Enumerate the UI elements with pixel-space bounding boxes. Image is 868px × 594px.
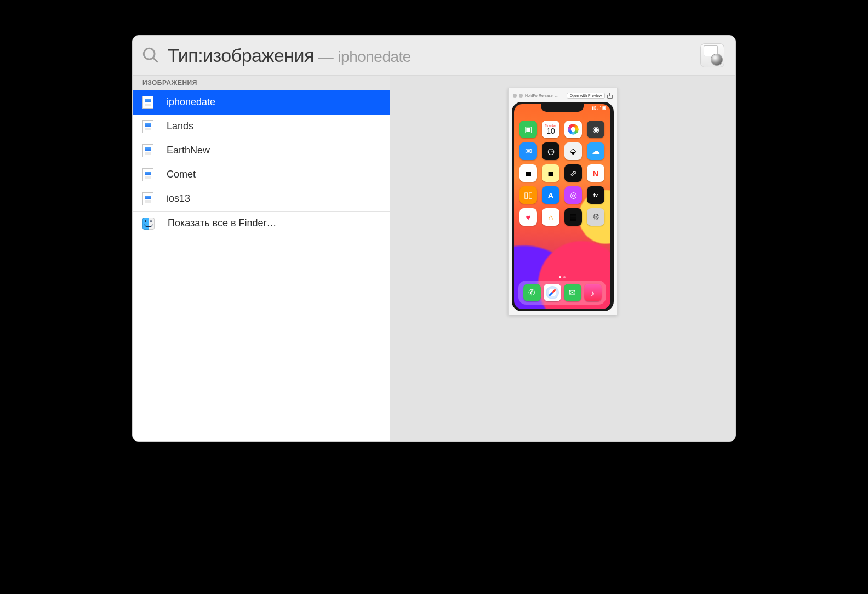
podcasts-icon: ◎ <box>564 186 582 204</box>
result-row[interactable]: Lands <box>133 115 390 139</box>
camera-icon: ◉ <box>587 121 604 138</box>
image-file-icon <box>142 144 153 157</box>
preview-toolbar: HoldForRelease_… Open with Preview <box>512 92 614 102</box>
wallet-icon: ▤ <box>564 208 582 226</box>
results-scroll[interactable]: iphonedate Lands EarthNew Comet ios13 <box>133 90 390 441</box>
search-separator: — <box>318 48 334 66</box>
search-icon <box>141 46 160 65</box>
iphone-frame: ▮▯ ⋰ ▣ ▣ Tuesday 10 ◉ ✉ ◷ ⬙ <box>512 102 614 311</box>
iphone-screen: ▮▯ ⋰ ▣ ▣ Tuesday 10 ◉ ✉ ◷ ⬙ <box>514 104 610 309</box>
image-file-icon <box>142 192 153 205</box>
appstore-icon: A <box>542 186 559 204</box>
phone-icon: ✆ <box>523 284 541 301</box>
weather-icon: ☁ <box>587 142 604 160</box>
photos-icon <box>564 121 582 138</box>
music-icon: ♪ <box>584 284 602 301</box>
books-icon: ▯▯ <box>519 186 537 204</box>
window-control-icon <box>519 94 523 98</box>
result-name: iphonedate <box>167 96 215 108</box>
status-bar: ▮▯ ⋰ ▣ <box>518 106 606 110</box>
image-file-icon <box>142 120 153 133</box>
reminders-icon: ≣ <box>519 164 537 182</box>
result-row[interactable]: ios13 <box>133 187 390 211</box>
result-name: Comet <box>167 169 196 180</box>
result-row[interactable]: iphonedate <box>133 90 390 115</box>
search-query[interactable]: Тип:изображения — iphonedate <box>168 45 693 66</box>
svg-line-1 <box>153 58 158 62</box>
show-all-in-finder[interactable]: Показать все в Finder… <box>133 212 390 236</box>
health-icon: ♥ <box>519 208 537 226</box>
home-icon: ⌂ <box>542 208 559 226</box>
search-term: iphonedate <box>338 48 411 66</box>
result-group-header: ИЗОБРАЖЕНИЯ <box>133 76 390 90</box>
preview-pane: HoldForRelease_… Open with Preview ▮▯ ⋰ … <box>390 76 735 441</box>
settings-icon: ⚙ <box>587 208 604 226</box>
finder-icon <box>142 218 155 230</box>
image-file-icon <box>142 96 153 109</box>
preview-file-title: HoldForRelease_… <box>525 94 564 98</box>
news-icon: N <box>587 164 604 182</box>
result-name: Lands <box>167 121 193 132</box>
maps-icon: ⬙ <box>564 142 582 160</box>
content-body: ИЗОБРАЖЕНИЯ iphonedate Lands EarthNew Co… <box>133 76 735 441</box>
stocks-icon: ⬀ <box>564 164 582 182</box>
result-row[interactable]: EarthNew <box>133 139 390 163</box>
show-all-label: Показать все в Finder… <box>168 218 276 229</box>
open-with-preview-button[interactable]: Open with Preview <box>567 93 605 99</box>
signal-wifi-battery-icon: ▮▯ ⋰ ▣ <box>592 106 606 110</box>
result-name: EarthNew <box>167 145 210 156</box>
calendar-icon: Tuesday 10 <box>542 121 559 138</box>
preview-app-icon <box>700 43 724 67</box>
search-token: Тип:изображения <box>168 45 314 66</box>
search-bar[interactable]: Тип:изображения — iphonedate <box>133 36 735 76</box>
svg-point-0 <box>144 48 155 59</box>
safari-icon <box>544 284 561 301</box>
mail-icon: ✉ <box>519 142 537 160</box>
result-row[interactable]: Comet <box>133 163 390 187</box>
share-icon[interactable] <box>607 93 613 99</box>
home-screen-grid: ▣ Tuesday 10 ◉ ✉ ◷ ⬙ ☁ ≣ <box>519 121 605 226</box>
notes-icon: ≣ <box>542 164 559 182</box>
window-control-icon <box>513 94 517 98</box>
image-file-icon <box>142 168 153 181</box>
tv-icon: tv <box>587 186 604 204</box>
result-name: ios13 <box>167 193 190 204</box>
messages-icon: ✉ <box>564 284 581 301</box>
clock-icon: ◷ <box>542 142 559 160</box>
results-list: ИЗОБРАЖЕНИЯ iphonedate Lands EarthNew Co… <box>133 76 390 441</box>
preview-thumbnail[interactable]: HoldForRelease_… Open with Preview ▮▯ ⋰ … <box>508 88 618 315</box>
spotlight-window: Тип:изображения — iphonedate ИЗОБРАЖЕНИЯ… <box>132 35 736 442</box>
dock: ✆ ✉ ♪ <box>518 281 606 305</box>
page-dots <box>514 276 610 278</box>
facetime-icon: ▣ <box>519 121 537 138</box>
